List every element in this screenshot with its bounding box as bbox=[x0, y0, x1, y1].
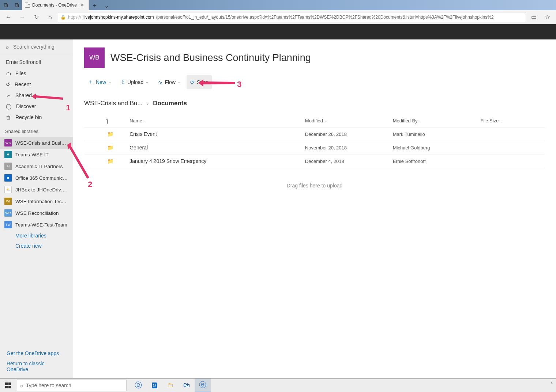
taskbar-explorer-icon[interactable]: 🗀 bbox=[162, 378, 179, 392]
forward-button[interactable]: → bbox=[16, 11, 29, 23]
url-domain: livejohnshopkins-my.sharepoint.com bbox=[83, 15, 154, 20]
page-icon bbox=[25, 3, 30, 8]
tab-title: Documents - OneDrive bbox=[32, 3, 77, 8]
address-bar: ← → ↻ ⌂ 🔒 https://livejohnshopkins-my.sh… bbox=[0, 10, 556, 24]
taskbar-edge-icon[interactable]: ⓔ bbox=[195, 378, 211, 392]
library-label: WSE-Crisis and Busines... bbox=[15, 140, 68, 146]
folder-icon: 📁 bbox=[107, 131, 113, 137]
library-item[interactable]: AIAcademic IT Partners bbox=[0, 160, 73, 172]
file-modified: November 20, 2018 bbox=[302, 141, 390, 155]
browser-tab[interactable]: Documents - OneDrive ✕ bbox=[22, 0, 89, 10]
breadcrumb: WSE-Crisis and Bu... › Documents bbox=[84, 100, 545, 107]
search-icon: ⌕ bbox=[20, 383, 23, 388]
chevron-down-icon: ⌄ bbox=[324, 119, 327, 123]
people-icon: ᰔ bbox=[6, 92, 11, 98]
file-name[interactable]: Crisis Event bbox=[127, 128, 302, 141]
library-label: JHBox to JHOneDrive Mi... bbox=[15, 187, 68, 193]
column-type[interactable] bbox=[104, 114, 127, 128]
table-row[interactable]: 📁January 4 2019 Snow EmergencyDecember 4… bbox=[84, 155, 545, 168]
sync-button[interactable]: ⟳Sync bbox=[187, 75, 212, 89]
file-modified-by: Mark Tuminello bbox=[390, 128, 478, 141]
table-row[interactable]: 📁GeneralNovember 20, 2018Michael Goldber… bbox=[84, 141, 545, 155]
taskbar-outlook-icon[interactable]: O bbox=[146, 378, 162, 392]
chevron-down-icon: ⌄ bbox=[108, 80, 111, 84]
home-button[interactable]: ⌂ bbox=[44, 11, 56, 23]
tab-actions-icon[interactable]: ⌄ bbox=[101, 1, 112, 10]
chevron-down-icon: ⌄ bbox=[419, 119, 422, 123]
breadcrumb-current: Documents bbox=[153, 100, 187, 107]
sidebar-item-files[interactable]: 🗀Files bbox=[0, 68, 73, 79]
get-apps-link[interactable]: Get the OneDrive apps bbox=[0, 348, 73, 358]
windows-taskbar: ⌕ Type here to search ⓔ O 🗀 🛍 ⓔ ˄ bbox=[0, 378, 556, 392]
new-tab-button[interactable]: ＋ bbox=[89, 1, 101, 10]
url-input[interactable]: 🔒 https://livejohnshopkins-my.sharepoint… bbox=[58, 12, 526, 22]
new-button[interactable]: ＋New⌄ bbox=[84, 75, 115, 89]
library-item[interactable]: WBWSE-Crisis and Busines... bbox=[0, 137, 73, 149]
reading-view-icon[interactable]: ▭ bbox=[527, 11, 540, 23]
user-name: Ernie Soffronoff bbox=[0, 54, 73, 68]
back-button[interactable]: ← bbox=[2, 11, 15, 23]
sidebar-item-recent[interactable]: ↺Recent bbox=[0, 79, 73, 90]
folder-icon: 📁 bbox=[107, 158, 113, 164]
library-label: WSE Reconciliation bbox=[15, 210, 59, 216]
browser-tab-strip: ⧉ ⧉ Documents - OneDrive ✕ ＋ ⌄ bbox=[0, 0, 556, 10]
library-item[interactable]: ⛅JHBox to JHOneDrive Mi... bbox=[0, 184, 73, 195]
file-icon bbox=[107, 118, 108, 124]
sidebar-item-recyclebin[interactable]: 🗑Recycle bin bbox=[0, 112, 73, 123]
files-table: Name ⌄ Modified ⌄ Modified By ⌄ File Siz… bbox=[84, 114, 545, 168]
column-name[interactable]: Name ⌄ bbox=[127, 114, 302, 128]
favorite-star-icon[interactable]: ☆ bbox=[541, 11, 554, 23]
library-label: Academic IT Partners bbox=[15, 164, 63, 169]
classic-onedrive-link[interactable]: Return to classic OneDrive bbox=[0, 358, 73, 374]
shared-libraries-heading: Shared libraries bbox=[0, 123, 73, 137]
library-item[interactable]: TWTeams-WSE-Test-Team bbox=[0, 219, 73, 231]
column-modified[interactable]: Modified ⌄ bbox=[302, 114, 390, 128]
sidebar-item-discover[interactable]: ◯Discover bbox=[0, 101, 73, 112]
url-path: /personal/esoffro1_jh_edu/_layouts/15/on… bbox=[156, 15, 494, 20]
more-libraries-link[interactable]: More libraries bbox=[0, 231, 73, 241]
file-modified-by: Michael Goldberg bbox=[390, 141, 478, 155]
plus-icon: ＋ bbox=[88, 78, 94, 86]
chevron-down-icon: ⌄ bbox=[146, 80, 149, 84]
file-modified-by: Ernie Soffronoff bbox=[390, 155, 478, 168]
library-icon: ■ bbox=[4, 174, 12, 182]
taskbar-search-input[interactable]: ⌕ Type here to search bbox=[17, 380, 127, 391]
table-row[interactable]: 📁Crisis EventDecember 26, 2018Mark Tumin… bbox=[84, 128, 545, 141]
close-tab-icon[interactable]: ✕ bbox=[79, 3, 86, 8]
file-name[interactable]: General bbox=[127, 141, 302, 155]
start-button[interactable] bbox=[0, 378, 16, 392]
library-icon: ⛅ bbox=[4, 186, 12, 193]
library-item[interactable]: ❖Teams-WSE IT bbox=[0, 149, 73, 160]
file-name[interactable]: January 4 2019 Snow Emergency bbox=[127, 155, 302, 168]
library-item[interactable]: ■Office 365 Communicati... bbox=[0, 172, 73, 184]
search-input[interactable]: ⌕ Search everything bbox=[0, 39, 73, 54]
tab-aside-in-icon[interactable]: ⧉ bbox=[11, 0, 22, 10]
taskbar-ie-icon[interactable]: ⓔ bbox=[130, 378, 146, 392]
taskbar-store-icon[interactable]: 🛍 bbox=[179, 378, 195, 392]
windows-icon bbox=[5, 383, 11, 388]
search-icon: ⌕ bbox=[6, 44, 9, 50]
breadcrumb-root[interactable]: WSE-Crisis and Bu... bbox=[84, 100, 143, 107]
flow-button[interactable]: ∿Flow⌄ bbox=[154, 75, 184, 89]
globe-icon: ◯ bbox=[6, 103, 12, 109]
trash-icon: 🗑 bbox=[6, 114, 11, 120]
tab-aside-out-icon[interactable]: ⧉ bbox=[0, 0, 11, 10]
folder-icon: 🗀 bbox=[6, 71, 11, 76]
library-item[interactable]: WRWSE Reconciliation bbox=[0, 207, 73, 219]
upload-button[interactable]: ↥Upload⌄ bbox=[117, 75, 152, 89]
column-file-size[interactable]: File Size ⌄ bbox=[477, 114, 545, 128]
refresh-button[interactable]: ↻ bbox=[30, 11, 42, 23]
chevron-down-icon: ⌄ bbox=[144, 119, 147, 123]
sidebar-item-shared[interactable]: ᰔShared bbox=[0, 90, 73, 101]
library-item[interactable]: WIWSE Information Techno... bbox=[0, 195, 73, 207]
tray-chevron-up-icon[interactable]: ˄ bbox=[550, 382, 553, 389]
file-modified: December 4, 2018 bbox=[302, 155, 390, 168]
library-icon: WR bbox=[4, 209, 12, 217]
search-placeholder: Search everything bbox=[13, 44, 55, 50]
lock-icon: 🔒 bbox=[60, 15, 66, 20]
svg-rect-6 bbox=[8, 386, 11, 388]
library-label: WSE Information Techno... bbox=[15, 199, 68, 204]
column-modified-by[interactable]: Modified By ⌄ bbox=[390, 114, 478, 128]
svg-rect-4 bbox=[8, 383, 11, 385]
create-new-link[interactable]: Create new bbox=[0, 241, 73, 251]
